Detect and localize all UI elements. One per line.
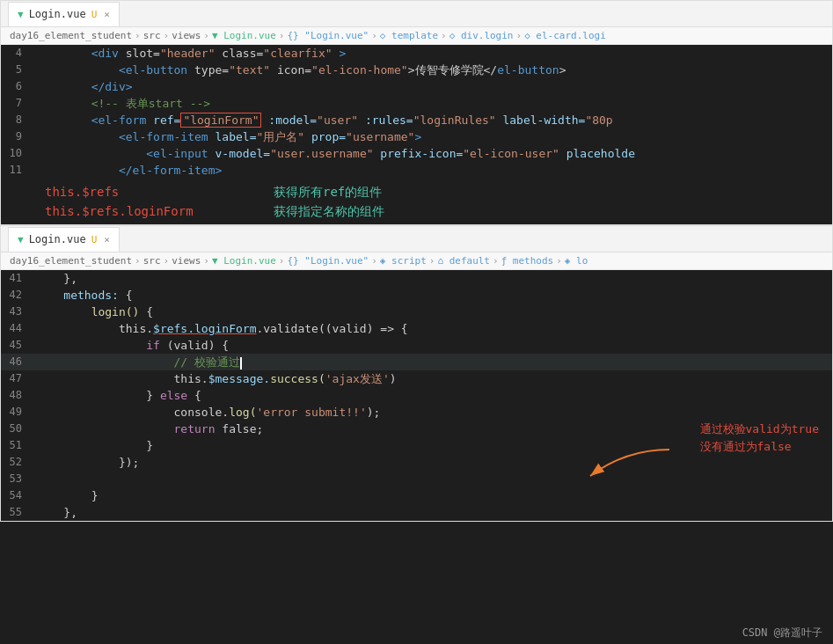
line-content-11: </el-form-item> <box>33 162 832 179</box>
line-num-46: 46 <box>1 354 33 370</box>
line-num-10: 10 <box>1 145 33 162</box>
line-content-55: }, <box>33 504 832 521</box>
line-num-47: 47 <box>1 370 33 387</box>
code-line-47: 47 this.$message.success('ajax发送') <box>1 370 832 387</box>
line-content-6: </div> <box>33 78 832 95</box>
tab-login-vue-1[interactable]: ▼ Login.vue U × <box>8 2 120 26</box>
line-num-55: 55 <box>1 504 33 521</box>
bc-text-1: day16_element_student <box>10 30 132 41</box>
line-num-9: 9 <box>1 128 33 145</box>
code-area-2: 41 }, 42 methods: { 43 login() { 44 this… <box>1 270 832 521</box>
code-line-7: 7 <!-- 表单start --> <box>1 95 832 112</box>
line-num-48: 48 <box>1 387 33 404</box>
code-line-10: 10 <el-input v-model="user.username" pre… <box>1 145 832 162</box>
code-line-49: 49 console.log('error submit!!'); <box>1 404 832 421</box>
line-num-42: 42 <box>1 287 33 304</box>
tab-login-vue-2[interactable]: ▼ Login.vue U × <box>8 227 120 252</box>
ann-left-2: this.$refs.loginForm <box>45 201 247 221</box>
code-line-54: 54 } <box>1 487 832 504</box>
annotation-block-1: this.$refs 获得所有ref的组件 this.$refs.loginFo… <box>1 179 832 224</box>
line-num-41: 41 <box>1 270 33 287</box>
code-line-42: 42 methods: { <box>1 287 832 304</box>
line-num-49: 49 <box>1 404 33 421</box>
vue-icon-2: ▼ <box>18 234 24 245</box>
code-line-4: 4 <div slot="header" class="clearfix" > <box>1 45 832 62</box>
line-num-8: 8 <box>1 112 33 128</box>
code-line-41: 41 }, <box>1 270 832 287</box>
ann-right-2: 获得指定名称的组件 <box>274 201 384 221</box>
annotation-row-2: this.$refs.loginForm 获得指定名称的组件 <box>45 201 832 221</box>
line-num-43: 43 <box>1 304 33 320</box>
line-content-10: <el-input v-model="user.username" prefix… <box>33 145 832 162</box>
code-line-11: 11 </el-form-item> <box>1 162 832 179</box>
ann-left-1: this.$refs <box>45 182 247 201</box>
tab-label-1: Login.vue <box>29 8 86 20</box>
line-content-46: // 校验通过 <box>33 354 832 370</box>
ann-right-1: 获得所有ref的组件 <box>274 182 382 201</box>
line-content-8: <el-form ref="loginForm" :model="user" :… <box>33 112 832 128</box>
line-content-5: <el-button type="text" icon="el-icon-hom… <box>33 62 832 78</box>
line-num-5: 5 <box>1 62 33 78</box>
line-num-11: 11 <box>1 162 33 179</box>
line-num-51: 51 <box>1 437 33 454</box>
code-line-6: 6 </div> <box>1 78 832 95</box>
bottom-bar-text: CSDN @路遥叶子 <box>742 626 822 639</box>
line-num-45: 45 <box>1 337 33 354</box>
code-line-45: 45 if (valid) { <box>1 337 832 354</box>
main-container: ▼ Login.vue U × day16_element_student › … <box>0 0 833 522</box>
code-line-43: 43 login() { <box>1 304 832 320</box>
code-area-1: 4 <div slot="header" class="clearfix" > … <box>1 45 832 179</box>
code-line-8: 8 <el-form ref="loginForm" :model="user"… <box>1 112 832 128</box>
breadcrumb-1: day16_element_student › src › views › ▼ … <box>1 27 832 45</box>
line-num-54: 54 <box>1 487 33 504</box>
line-content-43: login() { <box>33 304 832 320</box>
code-line-9: 9 <el-form-item label="用户名" prop="userna… <box>1 128 832 145</box>
tab-bar-2: ▼ Login.vue U × <box>1 226 832 252</box>
code-line-5: 5 <el-button type="text" icon="el-icon-h… <box>1 62 832 78</box>
editor-panel-2: ▼ Login.vue U × day16_element_student › … <box>0 225 833 522</box>
editor-panel-1: ▼ Login.vue U × day16_element_student › … <box>0 0 833 225</box>
vue-icon-1: ▼ <box>18 9 24 20</box>
line-content-54: } <box>33 487 832 504</box>
line-content-4: <div slot="header" class="clearfix" > <box>33 45 832 62</box>
line-num-44: 44 <box>1 320 33 337</box>
tab-modified-1: U <box>91 9 98 20</box>
bottom-bar: CSDN @路遥叶子 <box>732 622 833 644</box>
line-content-9: <el-form-item label="用户名" prop="username… <box>33 128 832 145</box>
line-num-53: 53 <box>1 471 33 487</box>
line-content-7: <!-- 表单start --> <box>33 95 832 112</box>
line-content-42: methods: { <box>33 287 832 304</box>
code-line-48: 48 } else { <box>1 387 832 404</box>
arrow-svg <box>573 441 678 489</box>
line-num-6: 6 <box>1 78 33 95</box>
code-line-44: 44 this.$refs.loginForm.validate((valid)… <box>1 320 832 337</box>
breadcrumb-2: day16_element_student › src › views › ▼ … <box>1 252 832 270</box>
line-content-45: if (valid) { <box>33 337 832 354</box>
tab-modified-2: U <box>91 234 98 245</box>
line-content-49: console.log('error submit!!'); <box>33 404 832 421</box>
line-num-7: 7 <box>1 95 33 112</box>
line-content-41: }, <box>33 270 832 287</box>
line-num-4: 4 <box>1 45 33 62</box>
code-line-46: 46 // 校验通过 <box>1 354 832 370</box>
tab-close-1[interactable]: × <box>104 9 110 20</box>
code-line-53: 53 <box>1 471 832 487</box>
line-num-50: 50 <box>1 421 33 437</box>
tab-close-2[interactable]: × <box>104 234 110 245</box>
line-content-47: this.$message.success('ajax发送') <box>33 370 832 387</box>
line-content-52: }); <box>33 454 832 471</box>
arrow-annotation-text: 通过校验valid为true没有通过为false <box>700 421 819 455</box>
annotation-row-1: this.$refs 获得所有ref的组件 <box>45 182 832 201</box>
code-line-55: 55 }, <box>1 504 832 521</box>
code-line-52: 52 }); 通过校验valid为true没有通过为false <box>1 454 832 471</box>
line-content-44: this.$refs.loginForm.validate((valid) =>… <box>33 320 832 337</box>
tab-label-2: Login.vue <box>29 233 86 245</box>
tab-bar-1: ▼ Login.vue U × <box>1 1 832 27</box>
line-content-48: } else { <box>33 387 832 404</box>
line-num-52: 52 <box>1 454 33 471</box>
